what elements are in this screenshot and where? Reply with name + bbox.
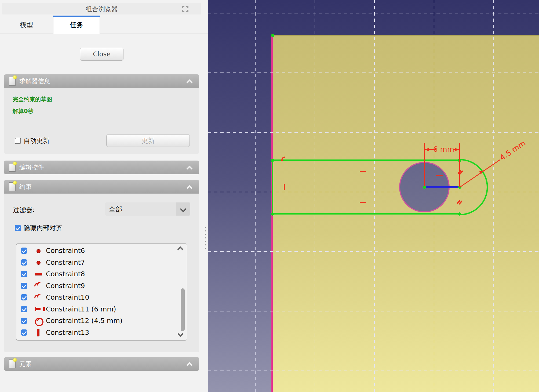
constraint-label: Constraint6 [46,247,85,255]
grid-line [208,311,539,311]
auto-update-row: 自动更新 [15,136,49,145]
constraint-checkbox[interactable] [21,306,27,312]
solver-section-header[interactable]: 求解器信息 [4,74,199,88]
tangent-marker-icon [457,169,464,176]
hide-internal-label: 隐藏内部对齐 [24,224,62,232]
constraint-row[interactable]: Constraint8 [16,268,187,280]
edit-controls-title: 编辑控件 [19,163,44,172]
collapse-icon[interactable] [187,362,193,368]
auto-update-checkbox[interactable] [15,138,21,144]
constraint-label: Constraint7 [46,259,85,266]
grid-line [208,13,539,13]
tangent-constraint-icon [34,282,42,290]
coincident-point-icon [34,258,42,266]
constraints-section-header[interactable]: 约束 [4,180,199,194]
horizontal-constraint-icon [34,270,42,278]
task-section-icon [9,163,16,172]
constraint-row[interactable]: Constraint10 [16,292,187,303]
constraint-label: Constraint10 [46,293,89,301]
slot-bottom-line[interactable] [272,213,460,215]
collapse-icon[interactable] [187,185,193,191]
panel-splitter-handle[interactable] [204,227,206,252]
slot-top-line[interactable] [272,159,460,161]
grid-line [255,0,256,392]
task-section-icon [9,182,16,191]
collapse-icon[interactable] [187,79,193,85]
elements-section-header[interactable]: 元素 [4,357,199,371]
vertex-point[interactable] [271,212,274,216]
constraint-row[interactable]: Constraint12 (4.5 mm) [16,315,187,327]
task-section-icon [9,77,16,86]
constraint-row[interactable]: Constraint7 [16,257,187,268]
dimension-arrow-icon [424,148,429,151]
grid-line [208,371,539,371]
constraint-label: Constraint8 [46,270,85,278]
solver-section-body: 完全约束的草图 解算0秒 自动更新 更新 [4,88,199,154]
3d-viewport[interactable]: 6 mm 4.5 mm [208,0,539,392]
panel-title: 组合浏览器 [2,5,201,13]
horizontal-marker-icon [360,202,366,203]
grid-line [208,132,539,133]
constraint-checkbox[interactable] [21,259,27,266]
constraint-row[interactable]: Constraint9 [16,280,187,292]
edit-controls-section-header[interactable]: 编辑控件 [4,161,199,174]
hide-internal-row: 隐藏内部对齐 [15,224,62,232]
constraint-list[interactable]: Constraint6Constraint7Constraint8Constra… [16,243,187,341]
undock-icon[interactable] [182,6,188,12]
grid-line [208,251,539,252]
filter-value: 全部 [109,205,122,214]
close-button[interactable]: Close [80,48,123,61]
tab-tasks[interactable]: 任务 [53,16,100,34]
constraint-row[interactable]: Constraint11 (6 mm) [16,303,187,315]
elements-section-title: 元素 [19,360,32,368]
constraint-checkbox[interactable] [21,318,27,324]
tangent-constraint-icon [34,293,42,302]
constraint-label: Constraint13 [46,329,89,336]
constraint-checkbox[interactable] [21,283,27,289]
solver-status-message: 完全约束的草图 [13,96,52,103]
radius-constraint-icon [34,317,42,325]
grid-line [208,192,539,192]
constraint-row[interactable]: Constraint13 [16,327,187,339]
constraint-label: Constraint12 (4.5 mm) [46,317,122,325]
filter-dropdown[interactable]: 全部 [105,202,190,216]
constraint-row[interactable]: Constraint6 [16,245,187,257]
circle-center-point[interactable] [423,186,426,189]
task-panel: 组合浏览器 模型 任务 Close 求解器信息 完全约束的草图 解算0秒 自动更… [0,0,208,392]
constraints-section-body: 过滤器: 全部 隐藏内部对齐 Constraint6Constraint7Con… [4,194,199,352]
panel-title-bar: 组合浏览器 [2,3,201,14]
vertex-point[interactable] [458,212,461,216]
vertical-constraint-icon [34,328,42,336]
solver-section-title: 求解器信息 [19,77,50,85]
constraint-checkbox[interactable] [21,329,27,336]
vertex-point[interactable] [271,159,274,162]
tangent-marker-icon [456,199,463,206]
grid-line [208,72,539,73]
auto-update-label: 自动更新 [24,136,49,145]
grid-line [493,0,494,392]
update-button[interactable]: 更新 [106,134,190,147]
vertex-point[interactable] [271,34,274,37]
scrollbar-thumb[interactable] [181,288,185,331]
vertical-marker-icon [284,184,285,190]
horizontal-marker-icon [360,171,366,172]
constraint-checkbox[interactable] [21,248,27,254]
chevron-down-icon [176,202,190,216]
constraint-label: Constraint9 [46,282,85,290]
slot-left-line[interactable] [272,159,273,215]
solver-time-message: 解算0秒 [13,107,34,115]
constraint-checkbox[interactable] [21,271,27,277]
tab-model[interactable]: 模型 [0,16,53,34]
hide-internal-checkbox[interactable] [15,225,21,231]
dimension-arrow-icon [455,148,459,151]
collapse-icon[interactable] [187,165,193,172]
coincident-point-icon [34,247,42,255]
construction-line[interactable] [424,186,460,188]
constraint-label: Constraint11 (6 mm) [46,305,116,313]
constraint-checkbox[interactable] [21,294,27,300]
dimension-extension-line [459,143,460,187]
horizontal-dimension-label[interactable]: 6 mm [433,145,454,153]
horizontal-distance-icon [34,305,42,313]
horizontal-marker-icon [436,175,443,176]
corner-constraint-marker-icon [281,156,286,161]
